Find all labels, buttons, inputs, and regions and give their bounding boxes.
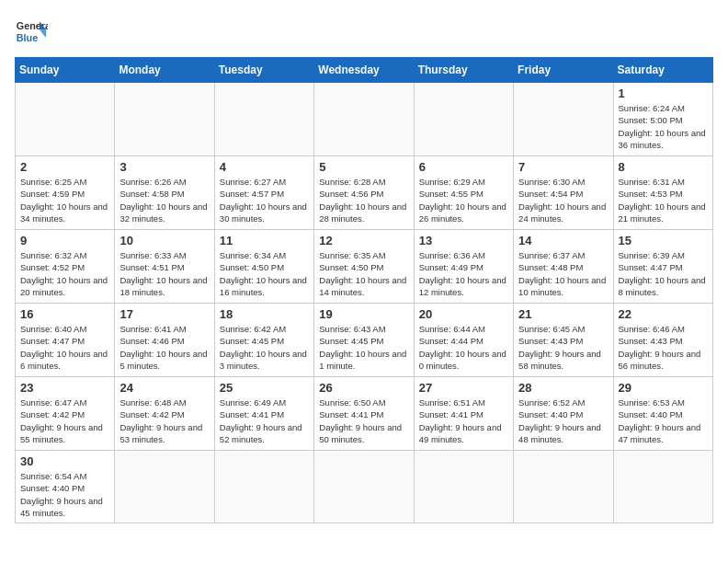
day-info: Sunrise: 6:28 AM Sunset: 4:56 PM Dayligh… bbox=[319, 176, 408, 224]
calendar-table: SundayMondayTuesdayWednesdayThursdayFrid… bbox=[15, 57, 713, 523]
day-number: 20 bbox=[419, 307, 508, 321]
calendar-cell: 5Sunrise: 6:28 AM Sunset: 4:56 PM Daylig… bbox=[314, 156, 414, 230]
day-info: Sunrise: 6:44 AM Sunset: 4:44 PM Dayligh… bbox=[419, 323, 508, 372]
day-info: Sunrise: 6:47 AM Sunset: 4:42 PM Dayligh… bbox=[20, 396, 109, 445]
calendar-cell: 3Sunrise: 6:26 AM Sunset: 4:58 PM Daylig… bbox=[115, 156, 214, 230]
day-info: Sunrise: 6:29 AM Sunset: 4:55 PM Dayligh… bbox=[419, 176, 508, 224]
day-number: 30 bbox=[20, 454, 109, 468]
calendar-cell: 30Sunrise: 6:54 AM Sunset: 4:40 PM Dayli… bbox=[16, 451, 115, 523]
calendar-cell bbox=[514, 83, 613, 156]
day-number: 26 bbox=[319, 381, 408, 395]
day-number: 7 bbox=[518, 160, 608, 174]
calendar-header-row: SundayMondayTuesdayWednesdayThursdayFrid… bbox=[16, 58, 713, 83]
calendar-cell bbox=[115, 83, 214, 156]
day-number: 5 bbox=[319, 160, 408, 174]
day-info: Sunrise: 6:33 AM Sunset: 4:51 PM Dayligh… bbox=[119, 249, 209, 298]
col-header-friday: Friday bbox=[514, 58, 613, 83]
calendar-cell bbox=[214, 83, 313, 156]
col-header-sunday: Sunday bbox=[16, 58, 115, 83]
day-number: 23 bbox=[20, 381, 109, 395]
calendar-cell: 21Sunrise: 6:45 AM Sunset: 4:43 PM Dayli… bbox=[514, 304, 613, 377]
calendar-week-2: 2Sunrise: 6:25 AM Sunset: 4:59 PM Daylig… bbox=[16, 156, 713, 230]
day-info: Sunrise: 6:51 AM Sunset: 4:41 PM Dayligh… bbox=[419, 396, 508, 445]
calendar-cell: 18Sunrise: 6:42 AM Sunset: 4:45 PM Dayli… bbox=[214, 304, 313, 377]
col-header-tuesday: Tuesday bbox=[214, 58, 313, 83]
day-info: Sunrise: 6:32 AM Sunset: 4:52 PM Dayligh… bbox=[20, 249, 109, 298]
calendar-cell: 28Sunrise: 6:52 AM Sunset: 4:40 PM Dayli… bbox=[514, 377, 613, 451]
day-info: Sunrise: 6:39 AM Sunset: 4:47 PM Dayligh… bbox=[619, 249, 708, 298]
day-number: 11 bbox=[220, 234, 309, 247]
calendar-cell: 2Sunrise: 6:25 AM Sunset: 4:59 PM Daylig… bbox=[16, 156, 115, 230]
day-info: Sunrise: 6:31 AM Sunset: 4:53 PM Dayligh… bbox=[619, 176, 708, 224]
calendar-week-3: 9Sunrise: 6:32 AM Sunset: 4:52 PM Daylig… bbox=[16, 230, 713, 304]
calendar-week-4: 16Sunrise: 6:40 AM Sunset: 4:47 PM Dayli… bbox=[16, 304, 713, 377]
day-number: 22 bbox=[619, 307, 708, 321]
col-header-wednesday: Wednesday bbox=[314, 58, 414, 83]
calendar-cell: 19Sunrise: 6:43 AM Sunset: 4:45 PM Dayli… bbox=[314, 304, 414, 377]
calendar-cell: 24Sunrise: 6:48 AM Sunset: 4:42 PM Dayli… bbox=[115, 377, 214, 451]
calendar-cell bbox=[214, 451, 313, 523]
day-number: 19 bbox=[319, 307, 408, 321]
day-info: Sunrise: 6:40 AM Sunset: 4:47 PM Dayligh… bbox=[20, 323, 109, 372]
calendar-cell: 8Sunrise: 6:31 AM Sunset: 4:53 PM Daylig… bbox=[613, 156, 712, 230]
calendar-cell: 4Sunrise: 6:27 AM Sunset: 4:57 PM Daylig… bbox=[214, 156, 313, 230]
calendar-cell: 13Sunrise: 6:36 AM Sunset: 4:49 PM Dayli… bbox=[414, 230, 513, 304]
day-info: Sunrise: 6:48 AM Sunset: 4:42 PM Dayligh… bbox=[119, 396, 209, 445]
calendar-cell: 23Sunrise: 6:47 AM Sunset: 4:42 PM Dayli… bbox=[16, 377, 115, 451]
calendar-cell bbox=[414, 451, 513, 523]
col-header-monday: Monday bbox=[115, 58, 214, 83]
page-header: General Blue bbox=[15, 15, 713, 48]
calendar-week-6: 30Sunrise: 6:54 AM Sunset: 4:40 PM Dayli… bbox=[16, 451, 713, 523]
day-number: 10 bbox=[119, 234, 209, 247]
day-info: Sunrise: 6:43 AM Sunset: 4:45 PM Dayligh… bbox=[319, 323, 408, 372]
calendar-cell bbox=[314, 83, 414, 156]
calendar-cell bbox=[613, 451, 712, 523]
day-number: 2 bbox=[20, 160, 109, 174]
calendar-cell bbox=[314, 451, 414, 523]
calendar-cell bbox=[16, 83, 115, 156]
day-info: Sunrise: 6:36 AM Sunset: 4:49 PM Dayligh… bbox=[419, 249, 508, 298]
day-number: 29 bbox=[619, 381, 708, 395]
day-number: 17 bbox=[119, 307, 209, 321]
day-info: Sunrise: 6:42 AM Sunset: 4:45 PM Dayligh… bbox=[220, 323, 309, 372]
calendar-cell: 9Sunrise: 6:32 AM Sunset: 4:52 PM Daylig… bbox=[16, 230, 115, 304]
day-number: 27 bbox=[419, 381, 508, 395]
day-number: 8 bbox=[619, 160, 708, 174]
calendar-week-1: 1Sunrise: 6:24 AM Sunset: 5:00 PM Daylig… bbox=[16, 83, 713, 156]
calendar-cell: 1Sunrise: 6:24 AM Sunset: 5:00 PM Daylig… bbox=[613, 83, 712, 156]
day-number: 14 bbox=[518, 234, 608, 247]
day-number: 1 bbox=[619, 86, 708, 100]
day-info: Sunrise: 6:25 AM Sunset: 4:59 PM Dayligh… bbox=[20, 176, 109, 224]
calendar-cell: 11Sunrise: 6:34 AM Sunset: 4:50 PM Dayli… bbox=[214, 230, 313, 304]
calendar-cell bbox=[115, 451, 214, 523]
calendar-cell bbox=[414, 83, 513, 156]
day-number: 13 bbox=[419, 234, 508, 247]
calendar-cell: 17Sunrise: 6:41 AM Sunset: 4:46 PM Dayli… bbox=[115, 304, 214, 377]
calendar-week-5: 23Sunrise: 6:47 AM Sunset: 4:42 PM Dayli… bbox=[16, 377, 713, 451]
day-number: 3 bbox=[119, 160, 209, 174]
day-number: 24 bbox=[119, 381, 209, 395]
day-info: Sunrise: 6:49 AM Sunset: 4:41 PM Dayligh… bbox=[220, 396, 309, 445]
svg-marker-3 bbox=[40, 29, 46, 38]
calendar-cell: 20Sunrise: 6:44 AM Sunset: 4:44 PM Dayli… bbox=[414, 304, 513, 377]
logo: General Blue bbox=[15, 15, 48, 48]
calendar-cell: 10Sunrise: 6:33 AM Sunset: 4:51 PM Dayli… bbox=[115, 230, 214, 304]
calendar-cell: 14Sunrise: 6:37 AM Sunset: 4:48 PM Dayli… bbox=[514, 230, 613, 304]
day-info: Sunrise: 6:30 AM Sunset: 4:54 PM Dayligh… bbox=[518, 176, 608, 224]
day-info: Sunrise: 6:52 AM Sunset: 4:40 PM Dayligh… bbox=[518, 396, 608, 445]
day-info: Sunrise: 6:24 AM Sunset: 5:00 PM Dayligh… bbox=[619, 102, 708, 151]
calendar-cell: 6Sunrise: 6:29 AM Sunset: 4:55 PM Daylig… bbox=[414, 156, 513, 230]
calendar-cell: 22Sunrise: 6:46 AM Sunset: 4:43 PM Dayli… bbox=[613, 304, 712, 377]
day-info: Sunrise: 6:45 AM Sunset: 4:43 PM Dayligh… bbox=[518, 323, 608, 372]
day-info: Sunrise: 6:26 AM Sunset: 4:58 PM Dayligh… bbox=[119, 176, 209, 224]
day-number: 12 bbox=[319, 234, 408, 247]
day-number: 4 bbox=[220, 160, 309, 174]
calendar-cell: 15Sunrise: 6:39 AM Sunset: 4:47 PM Dayli… bbox=[613, 230, 712, 304]
logo-icon: General Blue bbox=[15, 15, 48, 48]
calendar-cell bbox=[514, 451, 613, 523]
day-info: Sunrise: 6:46 AM Sunset: 4:43 PM Dayligh… bbox=[619, 323, 708, 372]
col-header-thursday: Thursday bbox=[414, 58, 513, 83]
calendar-cell: 12Sunrise: 6:35 AM Sunset: 4:50 PM Dayli… bbox=[314, 230, 414, 304]
day-info: Sunrise: 6:50 AM Sunset: 4:41 PM Dayligh… bbox=[319, 396, 408, 445]
day-info: Sunrise: 6:54 AM Sunset: 4:40 PM Dayligh… bbox=[20, 470, 109, 519]
